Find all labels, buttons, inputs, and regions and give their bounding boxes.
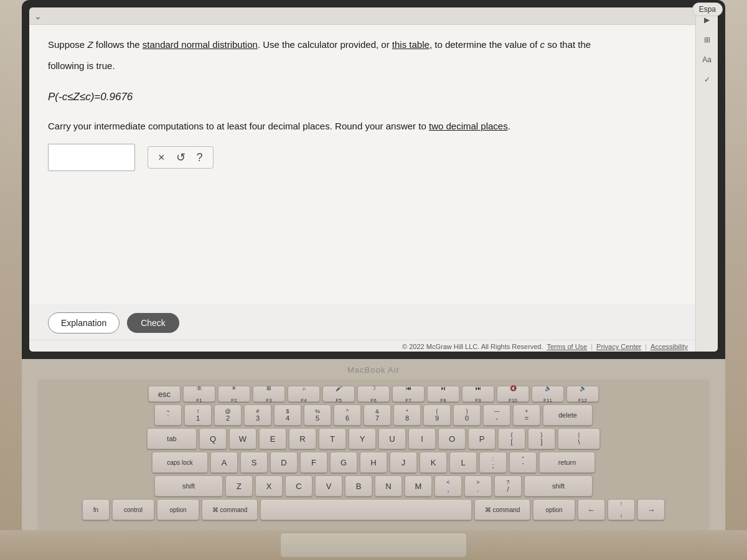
this-table-link[interactable]: this table	[392, 39, 430, 50]
input-row: × ↺ ?	[48, 144, 677, 171]
key-f11[interactable]: 🔉F11	[532, 386, 564, 402]
key-i[interactable]: I	[408, 428, 436, 449]
key-shift-r[interactable]: shift	[524, 475, 593, 497]
key-shift-l[interactable]: shift	[154, 475, 223, 497]
key-u[interactable]: U	[378, 428, 406, 449]
key-3[interactable]: #3	[244, 404, 271, 426]
footer: © 2022 McGraw Hill LLC. All Rights Reser…	[29, 340, 695, 352]
key-c[interactable]: C	[285, 475, 312, 497]
key-f3[interactable]: ⊞F3	[253, 386, 285, 402]
key-slash[interactable]: ?/	[494, 475, 522, 497]
sidebar-grid-icon[interactable]: ⊞	[700, 32, 715, 47]
problem-line1: Suppose Z follows the standard normal di…	[48, 37, 677, 52]
key-command-r[interactable]: ⌘ command	[474, 499, 530, 520]
key-a[interactable]: A	[210, 452, 238, 473]
laptop-chassis	[0, 530, 747, 560]
key-semicolon[interactable]: :;	[479, 452, 507, 473]
key-esc[interactable]: esc	[148, 386, 181, 402]
key-fn[interactable]: fn	[82, 499, 110, 520]
standard-normal-link[interactable]: standard normal distribution	[143, 39, 258, 50]
key-6[interactable]: ^6	[334, 404, 361, 426]
key-b[interactable]: B	[345, 475, 372, 497]
key-x[interactable]: X	[255, 475, 283, 497]
key-f8[interactable]: ⏯F8	[427, 386, 459, 402]
key-capslock[interactable]: caps lock	[152, 452, 208, 473]
key-o[interactable]: O	[438, 428, 466, 449]
key-f[interactable]: F	[300, 452, 327, 473]
key-equal[interactable]: +=	[513, 404, 540, 426]
key-7[interactable]: &7	[364, 404, 391, 426]
key-1[interactable]: !1	[184, 404, 212, 426]
action-buttons-group: × ↺ ?	[148, 146, 214, 169]
undo-button[interactable]: ↺	[176, 151, 186, 164]
espa-button[interactable]: Espa	[692, 2, 723, 16]
key-2[interactable]: @2	[214, 404, 242, 426]
key-k[interactable]: K	[420, 452, 447, 473]
key-e[interactable]: E	[259, 428, 286, 449]
key-f12[interactable]: 🔊F12	[566, 386, 599, 402]
problem-line2: following is true.	[48, 58, 677, 73]
key-t[interactable]: T	[319, 428, 346, 449]
answer-input[interactable]	[48, 144, 135, 171]
key-quote[interactable]: "'	[509, 452, 537, 473]
trackpad[interactable]	[280, 533, 467, 558]
check-button[interactable]: Check	[127, 313, 179, 333]
key-delete[interactable]: delete	[543, 404, 593, 426]
key-f2[interactable]: ✳F2	[218, 386, 250, 402]
key-f7[interactable]: ⏮F7	[392, 386, 425, 402]
key-0[interactable]: )0	[453, 404, 481, 426]
key-command-l[interactable]: ⌘ command	[202, 499, 258, 520]
key-h[interactable]: H	[360, 452, 387, 473]
key-n[interactable]: N	[375, 475, 402, 497]
key-m[interactable]: M	[405, 475, 432, 497]
key-f6[interactable]: ☽F6	[357, 386, 390, 402]
key-backslash[interactable]: |\	[558, 428, 600, 449]
key-period[interactable]: >.	[464, 475, 492, 497]
top-chevron-icon[interactable]: ⌄	[34, 11, 42, 21]
key-f9[interactable]: ⏭F9	[462, 386, 494, 402]
key-rbracket[interactable]: }]	[528, 428, 555, 449]
key-tab[interactable]: tab	[147, 428, 197, 449]
key-w[interactable]: W	[229, 428, 256, 449]
accessibility-link[interactable]: Accessibility	[651, 343, 688, 350]
explanation-button[interactable]: Explanation	[48, 312, 120, 334]
key-f10[interactable]: 🔇F10	[497, 386, 529, 402]
key-y[interactable]: Y	[349, 428, 376, 449]
key-return[interactable]: return	[539, 452, 595, 473]
sidebar-check-icon[interactable]: ✓	[700, 72, 715, 87]
key-f1[interactable]: :8:F1	[183, 386, 215, 402]
key-4[interactable]: $4	[274, 404, 301, 426]
key-r[interactable]: R	[289, 428, 316, 449]
key-g[interactable]: G	[330, 452, 357, 473]
clear-button[interactable]: ×	[158, 151, 165, 164]
key-f4[interactable]: ⌕F4	[288, 386, 320, 402]
key-control[interactable]: control	[112, 499, 154, 520]
key-d[interactable]: D	[270, 452, 298, 473]
key-8[interactable]: *8	[393, 404, 421, 426]
key-s[interactable]: S	[240, 452, 268, 473]
key-lbracket[interactable]: {[	[498, 428, 525, 449]
privacy-link[interactable]: Privacy Center	[596, 343, 641, 350]
key-left[interactable]: ←	[578, 499, 605, 520]
key-f5[interactable]: 🎤F5	[322, 386, 355, 402]
key-5[interactable]: %5	[304, 404, 331, 426]
key-j[interactable]: J	[390, 452, 417, 473]
bottom-bar: Explanation Check	[29, 304, 695, 340]
key-backtick[interactable]: ~`	[154, 404, 182, 426]
sidebar-text-icon[interactable]: Aa	[700, 52, 715, 67]
key-l[interactable]: L	[449, 452, 477, 473]
terms-link[interactable]: Terms of Use	[547, 343, 587, 350]
help-button[interactable]: ?	[197, 151, 203, 164]
key-comma[interactable]: <,	[435, 475, 462, 497]
key-v[interactable]: V	[315, 475, 342, 497]
key-updown[interactable]: ↑ ↓	[608, 499, 635, 520]
key-right[interactable]: →	[637, 499, 665, 520]
key-space[interactable]	[260, 499, 472, 520]
key-option-r[interactable]: option	[533, 499, 575, 520]
key-z[interactable]: Z	[225, 475, 253, 497]
key-minus[interactable]: —-	[483, 404, 510, 426]
key-option-l[interactable]: option	[157, 499, 199, 520]
key-q[interactable]: Q	[199, 428, 227, 449]
key-p[interactable]: P	[468, 428, 496, 449]
key-9[interactable]: (9	[423, 404, 451, 426]
